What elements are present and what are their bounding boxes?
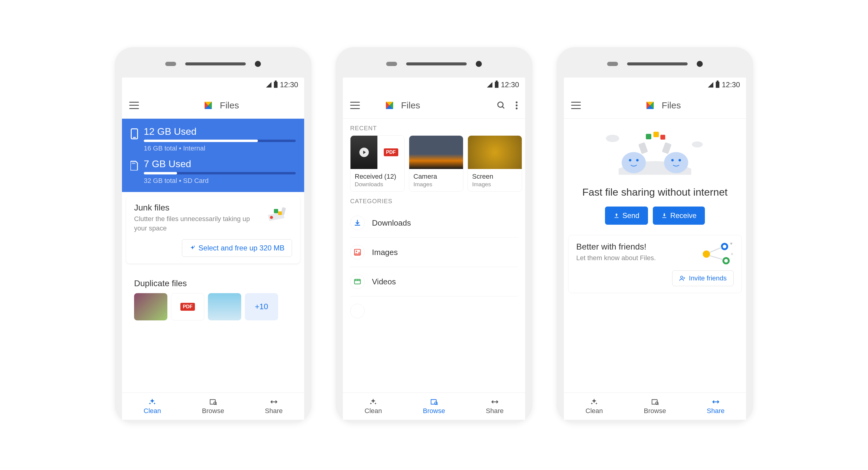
- app-bar: Files: [343, 92, 525, 119]
- category-more[interactable]: [350, 296, 518, 326]
- sparkle-icon: [189, 245, 195, 251]
- svg-point-21: [636, 159, 639, 161]
- phone-clean: 12:30 Files 12 GB Used 16 GB total • Int…: [115, 47, 311, 423]
- categories-label: CATEGORIES: [343, 192, 525, 208]
- search-icon[interactable]: [497, 101, 506, 110]
- clean-icon: [368, 398, 378, 406]
- invite-card: Better with friends! Let them know about…: [568, 235, 742, 293]
- storage-card: 12 GB Used 16 GB total • Internal 7 GB U…: [122, 119, 304, 192]
- menu-icon[interactable]: [129, 102, 139, 109]
- recent-label: RECENT: [343, 119, 525, 135]
- recent-card-camera[interactable]: Camera Images: [409, 135, 463, 192]
- phone-hardware: [564, 56, 746, 71]
- receive-button[interactable]: Receive: [653, 207, 705, 225]
- share-network-icon: ♥ +: [697, 242, 734, 266]
- app-bar: Files: [122, 92, 304, 119]
- svg-point-9: [516, 101, 518, 103]
- nav-clean[interactable]: Clean: [564, 393, 625, 420]
- screen-clean: 12:30 Files 12 GB Used 16 GB total • Int…: [122, 78, 304, 420]
- app-title: Files: [661, 100, 681, 111]
- invite-friends-button[interactable]: Invite friends: [672, 270, 734, 286]
- upload-icon: [614, 213, 620, 218]
- browse-icon: [650, 398, 660, 406]
- app-bar: Files: [564, 92, 746, 119]
- svg-point-14: [356, 251, 357, 252]
- storage-bar: [144, 172, 296, 174]
- battery-icon: [495, 82, 498, 88]
- menu-icon[interactable]: [571, 102, 581, 109]
- phone-hardware: [343, 56, 525, 71]
- app-title: Files: [401, 100, 420, 111]
- nav-clean[interactable]: Clean: [122, 393, 183, 420]
- svg-point-8: [498, 102, 503, 107]
- nav-share[interactable]: Share: [685, 393, 746, 420]
- svg-point-31: [723, 245, 726, 248]
- bottom-nav: Clean Browse Share: [343, 392, 525, 420]
- video-icon: [353, 278, 361, 286]
- recent-card-received[interactable]: PDF Received (12) Downloads: [350, 135, 405, 192]
- storage-sdcard[interactable]: 7 GB Used 32 GB total • SD Card: [130, 158, 296, 185]
- recent-row[interactable]: PDF Received (12) Downloads Camera Image…: [343, 135, 525, 192]
- battery-icon: [274, 82, 278, 88]
- svg-point-32: [703, 251, 710, 258]
- nav-share[interactable]: Share: [464, 393, 525, 420]
- send-button[interactable]: Send: [605, 207, 648, 225]
- svg-point-19: [622, 152, 646, 173]
- svg-point-6: [194, 245, 195, 246]
- signal-icon: [487, 82, 492, 88]
- clock: 12:30: [722, 81, 740, 89]
- category-downloads[interactable]: Downloads: [350, 208, 518, 238]
- status-bar: 12:30: [122, 78, 304, 92]
- sdcard-icon: [130, 161, 138, 171]
- pdf-badge-icon: PDF: [384, 148, 398, 156]
- signal-icon: [708, 82, 713, 88]
- svg-rect-25: [638, 142, 648, 154]
- recent-card-screenshots[interactable]: Screen Images: [468, 135, 522, 192]
- thumbnail-image[interactable]: [134, 293, 167, 320]
- download-icon: [353, 219, 361, 227]
- category-videos[interactable]: Videos: [350, 267, 518, 296]
- storage-bar: [144, 140, 296, 142]
- storage-internal[interactable]: 12 GB Used 16 GB total • Internal: [130, 126, 296, 152]
- svg-text:+: +: [731, 252, 733, 257]
- share-title: Fast file sharing without internet: [573, 185, 737, 199]
- thumbnail-pdf[interactable]: PDF: [171, 293, 204, 320]
- svg-text:♥: ♥: [730, 242, 733, 246]
- svg-point-34: [724, 259, 728, 263]
- free-up-button[interactable]: Select and free up 320 MB: [182, 239, 292, 257]
- svg-rect-28: [653, 132, 659, 137]
- play-icon: [359, 147, 369, 157]
- nav-clean[interactable]: Clean: [343, 393, 404, 420]
- svg-point-24: [679, 159, 681, 161]
- nav-browse[interactable]: Browse: [183, 393, 244, 420]
- app-title: Files: [220, 100, 239, 111]
- menu-icon[interactable]: [350, 102, 360, 109]
- bottom-nav: Clean Browse Share: [122, 392, 304, 420]
- thumbnail-more[interactable]: +10: [245, 293, 278, 320]
- storage-detail: 16 GB total • Internal: [144, 144, 296, 152]
- image-icon: [353, 248, 361, 256]
- browse-content: RECENT PDF Received (12) Downloads Came: [343, 119, 525, 392]
- more-icon[interactable]: [516, 101, 518, 110]
- nav-browse[interactable]: Browse: [625, 393, 685, 420]
- junk-files-card: Junk files Clutter the files unnecessari…: [126, 196, 300, 263]
- status-bar: 12:30: [564, 78, 746, 92]
- svg-rect-1: [133, 137, 136, 138]
- svg-point-37: [681, 276, 683, 278]
- svg-point-11: [516, 107, 518, 109]
- nav-share[interactable]: Share: [243, 393, 304, 420]
- category-images[interactable]: Images: [350, 238, 518, 267]
- invite-subtitle: Let them know about Files.: [576, 254, 656, 263]
- share-hero: Fast file sharing without internet Send …: [564, 119, 746, 231]
- storage-detail: 32 GB total • SD Card: [144, 177, 296, 185]
- share-icon: [711, 398, 721, 406]
- files-logo-icon: [384, 100, 395, 111]
- share-icon: [269, 398, 279, 406]
- thumbnail-image[interactable]: [208, 293, 241, 320]
- signal-icon: [266, 82, 272, 88]
- storage-used-text: 7 GB Used: [144, 158, 296, 170]
- svg-rect-29: [660, 135, 665, 140]
- nav-browse[interactable]: Browse: [404, 393, 465, 420]
- svg-rect-26: [662, 142, 672, 154]
- clean-icon: [147, 398, 157, 406]
